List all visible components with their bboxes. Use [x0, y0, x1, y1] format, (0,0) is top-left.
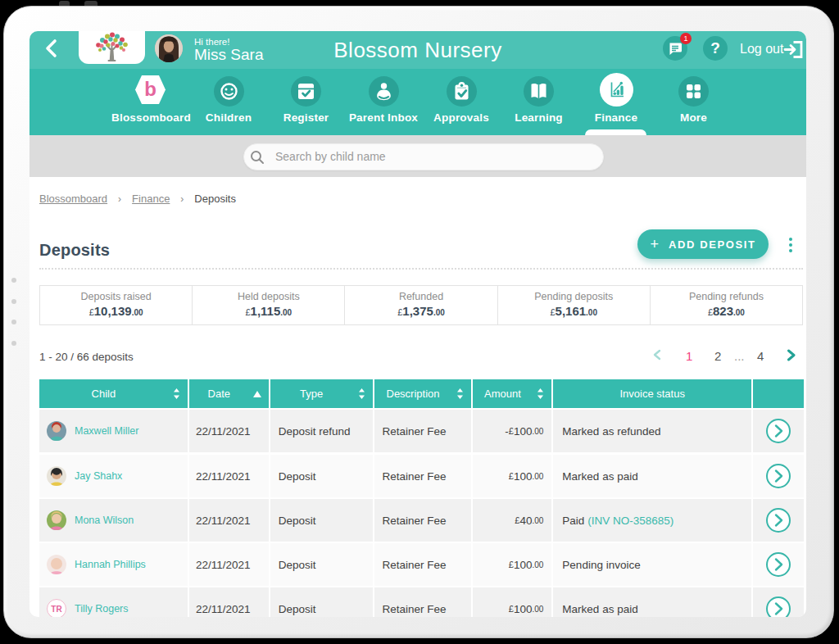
svg-text:b: b — [144, 78, 156, 100]
